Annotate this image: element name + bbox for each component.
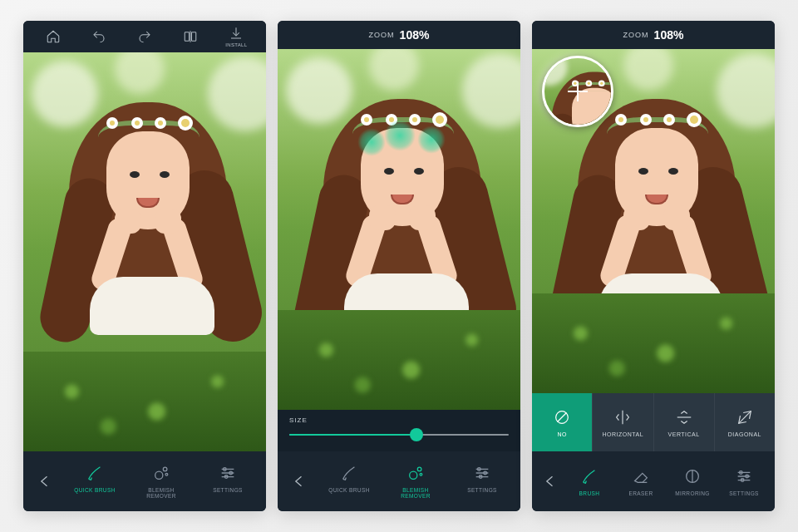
image-canvas[interactable] bbox=[23, 52, 266, 451]
tool-quick-brush[interactable]: QUICK BRUSH bbox=[69, 464, 121, 499]
svg-point-3 bbox=[163, 467, 167, 471]
home-icon bbox=[46, 29, 61, 44]
no-mirror-icon bbox=[553, 408, 571, 426]
screen-1: INSTALL QUICK BRUSH BLEMISH REMOVER bbox=[23, 21, 266, 511]
sliders-icon bbox=[219, 464, 237, 482]
image-canvas[interactable] bbox=[278, 49, 520, 410]
mirror-horizontal-icon bbox=[613, 408, 632, 426]
preview-loupe bbox=[542, 56, 613, 127]
compare-icon bbox=[183, 29, 198, 44]
svg-rect-0 bbox=[185, 32, 189, 42]
tool-eraser[interactable]: ERASER bbox=[615, 467, 667, 496]
tool-settings[interactable]: SETTINGS bbox=[456, 464, 508, 499]
install-label: INSTALL bbox=[225, 42, 247, 47]
edited-photo bbox=[278, 49, 520, 410]
tool-label: QUICK BRUSH bbox=[74, 487, 116, 493]
size-slider[interactable] bbox=[289, 429, 509, 441]
bottom-toolbar: BRUSH ERASER MIRRORING SETTINGS bbox=[532, 451, 775, 511]
svg-point-10 bbox=[420, 473, 422, 475]
tool-label: SETTINGS bbox=[213, 487, 243, 493]
back-button[interactable] bbox=[537, 473, 564, 490]
bottom-toolbar: QUICK BRUSH BLEMISH REMOVER SETTINGS bbox=[278, 451, 520, 511]
arrow-left-icon bbox=[291, 473, 308, 490]
screen-3: ZOOM 108% NO HORI bbox=[532, 21, 775, 511]
brush-icon bbox=[340, 464, 358, 482]
svg-point-2 bbox=[155, 471, 163, 479]
eraser-icon bbox=[632, 467, 650, 485]
tool-label: SETTINGS bbox=[729, 490, 759, 496]
tool-blemish-remover[interactable]: BLEMISH REMOVER bbox=[390, 464, 441, 499]
arrow-left-icon bbox=[542, 473, 559, 490]
brush-stroke bbox=[384, 120, 416, 151]
tool-brush[interactable]: BRUSH bbox=[564, 467, 615, 496]
mirror-tab-label: DIAGONAL bbox=[728, 431, 761, 437]
tool-label: BLEMISH REMOVER bbox=[390, 487, 441, 499]
sliders-icon bbox=[735, 467, 753, 485]
mirror-vertical-icon bbox=[675, 408, 693, 426]
zoom-indicator: ZOOM 108% bbox=[532, 21, 775, 49]
redo-button[interactable] bbox=[128, 29, 161, 44]
tool-label: ERASER bbox=[628, 490, 653, 496]
tool-settings[interactable]: SETTINGS bbox=[718, 467, 770, 496]
svg-point-4 bbox=[165, 473, 168, 475]
tool-label: MIRRORING bbox=[675, 490, 710, 496]
svg-point-8 bbox=[410, 471, 417, 479]
zoom-value: 108% bbox=[400, 28, 430, 42]
svg-point-9 bbox=[417, 467, 421, 471]
brush-icon bbox=[580, 467, 598, 485]
crosshair-icon bbox=[568, 81, 588, 101]
top-toolbar: INSTALL bbox=[23, 21, 266, 52]
zoom-value: 108% bbox=[654, 28, 684, 42]
mirror-tab-no[interactable]: NO bbox=[532, 393, 592, 451]
size-label: SIZE bbox=[289, 416, 509, 424]
brush-stroke bbox=[357, 128, 386, 156]
zoom-label: ZOOM bbox=[369, 31, 395, 39]
arrow-left-icon bbox=[37, 473, 53, 490]
tool-quick-brush[interactable]: QUICK BRUSH bbox=[323, 464, 375, 499]
tool-label: BLEMISH REMOVER bbox=[135, 487, 187, 499]
mirror-tab-label: VERTICAL bbox=[668, 431, 700, 437]
mirror-diagonal-icon bbox=[736, 408, 754, 426]
zoom-label: ZOOM bbox=[623, 31, 649, 39]
tool-label: QUICK BRUSH bbox=[328, 487, 370, 493]
back-button[interactable] bbox=[28, 473, 62, 490]
mirror-icon bbox=[683, 467, 702, 485]
mirror-tab-label: NO bbox=[557, 431, 567, 437]
undo-icon bbox=[91, 29, 106, 44]
tool-mirroring[interactable]: MIRRORING bbox=[667, 467, 718, 496]
size-slider-panel: SIZE bbox=[278, 410, 520, 451]
mirror-tab-vertical[interactable]: VERTICAL bbox=[653, 393, 714, 451]
tool-label: BRUSH bbox=[579, 490, 600, 496]
blemish-icon bbox=[406, 464, 425, 482]
undo-button[interactable] bbox=[82, 29, 116, 44]
edited-photo bbox=[23, 52, 266, 451]
bottom-toolbar: QUICK BRUSH BLEMISH REMOVER SETTINGS bbox=[23, 451, 266, 511]
install-button[interactable]: INSTALL bbox=[219, 26, 253, 47]
zoom-indicator: ZOOM 108% bbox=[278, 21, 520, 49]
screen-2: ZOOM 108% SIZE QUICK BRUSH bbox=[278, 21, 520, 511]
tool-blemish-remover[interactable]: BLEMISH REMOVER bbox=[135, 464, 187, 499]
svg-rect-1 bbox=[192, 32, 196, 42]
mirror-tabs: NO HORIZONTAL VERTICAL DIAGONAL bbox=[532, 393, 775, 451]
back-button[interactable] bbox=[283, 473, 316, 490]
mirror-tab-horizontal[interactable]: HORIZONTAL bbox=[592, 393, 653, 451]
compare-button[interactable] bbox=[174, 29, 207, 44]
image-canvas[interactable] bbox=[532, 49, 775, 393]
mirror-tab-diagonal[interactable]: DIAGONAL bbox=[714, 393, 775, 451]
blemish-icon bbox=[152, 464, 170, 482]
redo-icon bbox=[137, 29, 152, 44]
mirror-tab-label: HORIZONTAL bbox=[603, 431, 644, 437]
brush-icon bbox=[86, 464, 104, 482]
tool-label: SETTINGS bbox=[467, 487, 497, 493]
tool-settings[interactable]: SETTINGS bbox=[202, 464, 254, 499]
download-icon bbox=[229, 26, 244, 41]
sliders-icon bbox=[473, 464, 491, 482]
brush-stroke bbox=[417, 126, 446, 154]
home-button[interactable] bbox=[37, 29, 70, 44]
slider-thumb[interactable] bbox=[410, 428, 423, 441]
